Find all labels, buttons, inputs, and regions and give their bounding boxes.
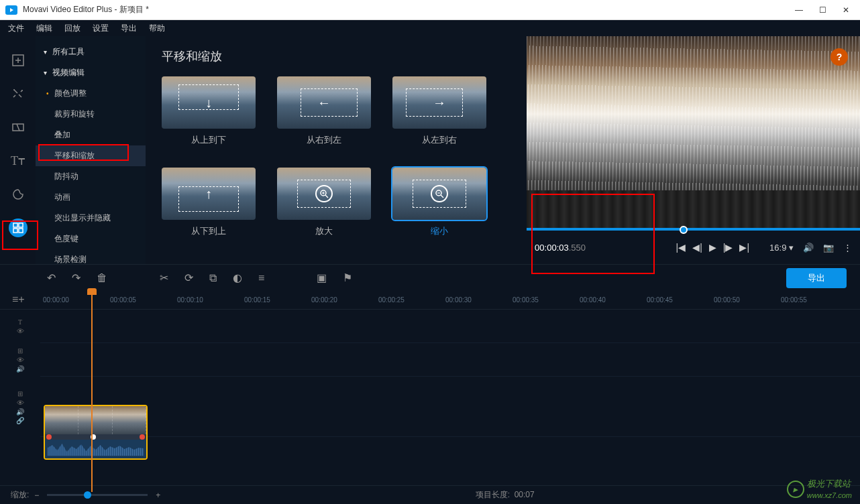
sidebar-item-overlay[interactable]: 叠加 <box>36 125 146 145</box>
delete-button[interactable]: 🗑 <box>97 272 107 284</box>
effect-top-to-bottom[interactable]: ↓ 从上到下 <box>162 76 256 146</box>
rotate-button[interactable]: ⟳ <box>184 271 193 284</box>
transitions-icon[interactable] <box>9 118 28 137</box>
preview-scrub-handle[interactable] <box>680 226 688 234</box>
status-bar: 缩放: − + 项目长度: 00:07 <box>0 485 860 504</box>
menu-edit[interactable]: 编辑 <box>36 23 52 34</box>
effects-title: 平移和缩放 <box>162 48 510 64</box>
window-titlebar: Movavi Video Editor Plus - 新项目 * — ☐ ✕ <box>0 0 860 20</box>
maximize-button[interactable]: ☐ <box>819 5 826 15</box>
zoom-in-button[interactable]: + <box>156 491 160 500</box>
minimize-button[interactable]: — <box>795 5 803 15</box>
window-title: Movavi Video Editor Plus - 新项目 * <box>23 4 149 15</box>
sidebar-item-crop[interactable]: 裁剪和旋转 <box>36 104 146 125</box>
preview-panel: ? 00:00:03.550 |◀ ◀| ▶ |▶ ▶| 16:9 ▾ 🔊 📷 … <box>527 36 860 264</box>
zoom-slider[interactable] <box>47 494 148 496</box>
preview-scrubber[interactable] <box>527 228 860 231</box>
svg-line-12 <box>325 195 328 198</box>
add-track-button[interactable]: ≡+ <box>12 294 32 306</box>
sidebar-item-highlight[interactable]: 突出显示并隐藏 <box>36 208 146 229</box>
svg-rect-10 <box>19 229 23 233</box>
timeline-playhead[interactable] <box>91 291 93 492</box>
menu-playback[interactable]: 回放 <box>64 23 80 34</box>
sidebar-item-panzoom[interactable]: 平移和缩放 <box>36 145 146 166</box>
prev-clip-button[interactable]: |◀ <box>676 242 686 253</box>
clip-properties-button[interactable]: ▣ <box>317 271 327 284</box>
svg-point-3 <box>13 89 15 90</box>
tracks-area[interactable] <box>40 310 860 437</box>
timeline-ruler[interactable]: ≡+ 00:00:0000:00:0500:00:1000:00:1500:00… <box>0 291 860 310</box>
track-label-video[interactable]: ⊞👁🔊🔗 <box>0 377 40 437</box>
filters-icon[interactable] <box>9 84 28 103</box>
preview-timecode: 00:00:03.550 <box>535 243 586 253</box>
step-back-button[interactable]: ◀| <box>692 242 702 253</box>
svg-rect-9 <box>13 229 17 233</box>
sidebar-header-videoedit[interactable]: 视频编辑 <box>36 62 146 83</box>
magnify-plus-icon <box>315 185 333 202</box>
zoom-slider-handle[interactable] <box>84 491 91 499</box>
app-logo-icon <box>5 5 17 15</box>
close-button[interactable]: ✕ <box>843 5 849 15</box>
sidebar-item-stabilize[interactable]: 防抖动 <box>36 166 146 187</box>
zoom-label: 缩放: <box>11 489 29 501</box>
track-labels: T👁 ⊞👁🔊 ⊞👁🔊🔗 <box>0 310 40 437</box>
add-media-icon[interactable] <box>9 51 28 70</box>
sidebar-header-all[interactable]: 所有工具 <box>36 42 146 62</box>
export-button[interactable]: 导出 <box>786 268 847 288</box>
play-button[interactable]: ▶ <box>709 242 716 253</box>
timeline: ≡+ 00:00:0000:00:0500:00:1000:00:1500:00… <box>0 291 860 437</box>
magnify-minus-icon <box>431 185 448 202</box>
menu-file[interactable]: 文件 <box>8 23 24 34</box>
preview-controls: 00:00:03.550 |◀ ◀| ▶ |▶ ▶| 16:9 ▾ 🔊 📷 ⋮ <box>527 231 860 264</box>
track-label-overlay[interactable]: ⊞👁🔊 <box>0 343 40 377</box>
watermark: ▸ 极光下载站www.xz7.com <box>787 478 852 500</box>
preview-video[interactable] <box>527 36 860 231</box>
watermark-icon: ▸ <box>787 481 804 498</box>
effect-zoom-out[interactable]: 缩小 <box>392 168 486 237</box>
svg-line-6 <box>17 124 19 131</box>
cut-button[interactable]: ✂ <box>160 271 168 284</box>
crop-button[interactable]: ⧉ <box>209 272 217 284</box>
menu-export[interactable]: 导出 <box>121 23 137 34</box>
sidebar-item-scenedetect[interactable]: 场景检测 <box>36 249 146 270</box>
zoom-out-button[interactable]: − <box>34 491 39 500</box>
sidebar-item-color[interactable]: 颜色调整 <box>36 83 146 104</box>
step-fwd-button[interactable]: |▶ <box>723 242 733 253</box>
marker-button[interactable]: ⚑ <box>343 271 352 284</box>
svg-rect-8 <box>19 223 23 227</box>
effect-bottom-to-top[interactable]: ↑ 从下到上 <box>162 168 256 237</box>
help-button[interactable]: ? <box>830 48 848 66</box>
stickers-icon[interactable] <box>9 185 28 204</box>
svg-point-4 <box>21 90 23 91</box>
menu-bar: 文件 编辑 回放 设置 导出 帮助 <box>0 20 860 36</box>
preview-more-button[interactable]: ⋮ <box>843 243 852 253</box>
menu-help[interactable]: 帮助 <box>149 23 165 34</box>
effect-zoom-in[interactable]: 放大 <box>277 168 371 237</box>
effect-right-to-left[interactable]: ← 从右到左 <box>277 76 371 146</box>
effects-panel: 平移和缩放 ↓ 从上到下 ← 从右到左 → 从左到右 ↑ 从下到上 放大 <box>146 36 527 264</box>
volume-button[interactable]: 🔊 <box>803 243 814 253</box>
sidebar-item-animation[interactable]: 动画 <box>36 187 146 208</box>
sidebar-item-chromakey[interactable]: 色度键 <box>36 229 146 249</box>
undo-button[interactable]: ↶ <box>47 271 56 284</box>
left-rail: Tᴛ <box>0 36 36 264</box>
tools-sidebar: 所有工具 视频编辑 颜色调整 裁剪和旋转 叠加 平移和缩放 防抖动 动画 突出显… <box>36 36 146 264</box>
titles-icon[interactable]: Tᴛ <box>9 151 28 170</box>
redo-button[interactable]: ↷ <box>72 271 80 284</box>
adjust-button[interactable]: ≡ <box>258 272 264 284</box>
menu-settings[interactable]: 设置 <box>93 23 109 34</box>
track-label-title[interactable]: T👁 <box>0 310 40 343</box>
svg-line-16 <box>441 195 443 198</box>
main-area: Tᴛ 所有工具 视频编辑 颜色调整 裁剪和旋转 叠加 平移和缩放 防抖动 动画 … <box>0 36 860 264</box>
video-clip[interactable] <box>44 405 148 460</box>
snapshot-button[interactable]: 📷 <box>823 243 834 253</box>
color-button[interactable]: ◐ <box>233 271 242 284</box>
next-clip-button[interactable]: ▶| <box>739 242 749 253</box>
more-tools-icon[interactable] <box>9 218 28 237</box>
svg-rect-7 <box>13 223 17 227</box>
effect-left-to-right[interactable]: → 从左到右 <box>392 76 486 146</box>
aspect-ratio-select[interactable]: 16:9 ▾ <box>769 243 794 253</box>
